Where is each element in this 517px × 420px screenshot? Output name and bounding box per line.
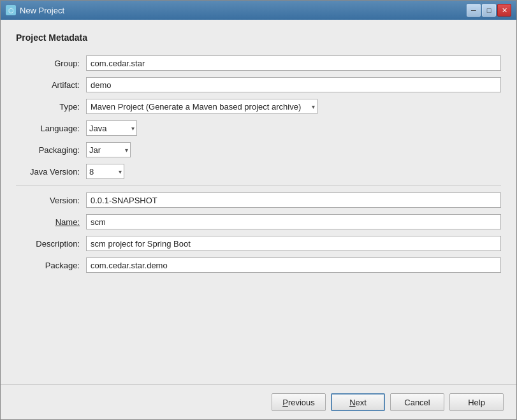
version-label: Version: [16,196,86,205]
dialog-window: ⬡ New Project ─ □ ✕ Project Metadata Gro… [0,0,517,420]
title-bar-controls: ─ □ ✕ [467,4,511,17]
cancel-button[interactable]: Cancel [390,393,444,411]
artifact-input[interactable] [86,77,501,92]
description-label: Description: [16,239,86,249]
java-version-label: Java Version: [16,167,86,177]
help-button[interactable]: Help [449,393,504,411]
name-label: Name: [16,217,86,227]
footer: Previous Next Cancel Help [1,384,516,419]
close-button[interactable]: ✕ [497,4,511,17]
maximize-button[interactable]: □ [482,4,496,17]
name-input[interactable] [86,214,501,229]
version-row: Version: [16,192,501,208]
content-area: Project Metadata Group: Artifact: Type: … [1,20,516,384]
java-version-select-wrapper: 8 11 17 [86,164,124,179]
package-row: Package: [16,257,501,273]
language-select-wrapper: Java Kotlin Groovy [86,120,137,136]
next-button[interactable]: Next [331,393,385,411]
type-select-wrapper: Maven Project (Generate a Maven based pr… [86,99,317,114]
description-row: Description: [16,236,501,251]
type-select[interactable]: Maven Project (Generate a Maven based pr… [86,99,317,114]
language-row: Language: Java Kotlin Groovy [16,120,501,136]
packaging-select-wrapper: Jar War [86,142,131,157]
section-title: Project Metadata [16,33,501,45]
package-input[interactable] [86,257,501,273]
artifact-row: Artifact: [16,77,501,92]
packaging-select[interactable]: Jar War [86,142,131,157]
language-label: Language: [16,124,86,133]
package-label: Package: [16,261,86,270]
group-row: Group: [16,55,501,71]
previous-button[interactable]: Previous [272,393,326,411]
artifact-label: Artifact: [16,80,86,90]
window-icon: ⬡ [6,5,16,15]
type-row: Type: Maven Project (Generate a Maven ba… [16,99,501,114]
minimize-button[interactable]: ─ [467,4,481,17]
title-bar-left: ⬡ New Project [6,5,64,15]
window-title: New Project [20,6,64,15]
packaging-row: Packaging: Jar War [16,142,501,157]
title-bar: ⬡ New Project ─ □ ✕ [1,1,516,20]
java-version-select[interactable]: 8 11 17 [86,164,124,179]
type-label: Type: [16,102,86,112]
group-label: Group: [16,59,86,68]
name-row: Name: [16,214,501,229]
group-input[interactable] [86,55,501,71]
divider [16,185,501,186]
packaging-label: Packaging: [16,145,86,155]
form-area: Group: Artifact: Type: Maven Project (Ge… [16,55,501,372]
version-input[interactable] [86,192,501,208]
java-version-row: Java Version: 8 11 17 [16,164,501,179]
language-select[interactable]: Java Kotlin Groovy [86,120,137,136]
description-input[interactable] [86,236,501,251]
